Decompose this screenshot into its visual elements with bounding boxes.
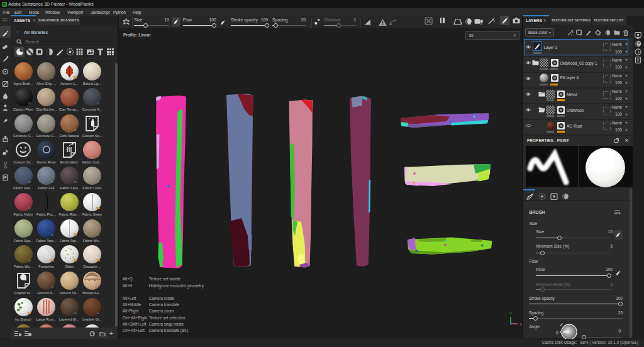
svg-text:Y: Y (509, 312, 512, 316)
